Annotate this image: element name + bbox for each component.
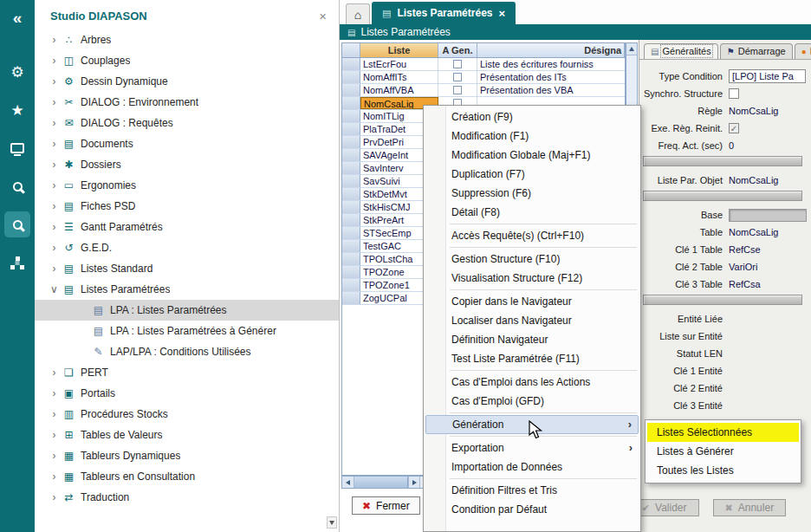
designation-cell[interactable]: Présentation des ITs [477, 71, 625, 83]
chevron-right-icon[interactable]: › [48, 75, 61, 88]
row-selector-cell[interactable] [342, 240, 360, 252]
row-selector-cell[interactable] [342, 279, 360, 291]
chevron-right-icon[interactable]: › [48, 429, 61, 441]
menu-item[interactable]: Modification Globale (Maj+F1) [425, 146, 639, 165]
tree-item[interactable]: ✎LAP/LPA : Conditions Utilisées [35, 341, 339, 362]
tree-item[interactable]: ›❏PERT [35, 362, 339, 383]
designation-column-header[interactable]: Désigna [477, 43, 625, 57]
row-selector-cell[interactable] [342, 214, 360, 226]
chevron-right-icon[interactable]: › [48, 138, 61, 150]
menu-item[interactable]: Importation de Données [425, 457, 639, 477]
tab-d[interactable]: ●D [795, 43, 811, 59]
row-selector-cell[interactable] [342, 110, 360, 122]
tree-item[interactable]: ›✱Dossiers [35, 154, 339, 175]
agen-checkbox[interactable] [453, 60, 462, 68]
row-selector-cell[interactable] [342, 227, 360, 239]
row-selector-cell[interactable] [342, 71, 360, 83]
fermer-button[interactable]: ✖ Fermer [352, 496, 420, 515]
menu-item[interactable]: Accès Requête(s) (Ctrl+F10) [425, 226, 639, 245]
scroll-down-icon[interactable] [327, 516, 337, 529]
tab-close-icon[interactable]: × [498, 7, 505, 20]
tree-item[interactable]: ▤LPA : Listes Paramétrées à Générer [35, 321, 339, 341]
scroll-right-icon[interactable] [408, 477, 420, 488]
tree-item[interactable]: ›∴Arbres [35, 29, 339, 50]
agen-cell[interactable] [438, 58, 477, 70]
menu-item[interactable]: Condition par Défaut [425, 500, 639, 519]
row-selector-cell[interactable] [342, 149, 360, 161]
star-icon[interactable]: ★ [4, 97, 30, 123]
menu-item[interactable]: Cas d'Emploi (GFD) [425, 392, 639, 411]
property-input[interactable]: [LPO] Liste Pa [729, 69, 806, 83]
row-selector-cell[interactable] [342, 58, 360, 70]
tree-item[interactable]: ›✂DIALOG : Environnement [35, 92, 339, 113]
designation-cell[interactable]: Liste des écritures fourniss [477, 58, 625, 70]
row-selector-cell[interactable] [342, 97, 360, 109]
menu-item[interactable]: Création (F9) [425, 107, 639, 127]
tree-item[interactable]: ›✉DIALOG : Requêtes [35, 113, 339, 133]
row-selector-cell[interactable] [342, 175, 360, 187]
menu-item[interactable]: Exportation› [425, 438, 639, 457]
submenu-item[interactable]: Listes Sélectionnées [647, 423, 799, 442]
chevron-down-icon[interactable]: ∨ [48, 283, 61, 295]
chevron-right-icon[interactable]: › [48, 387, 61, 399]
table-row[interactable]: LstEcrFouListe des écritures fourniss [342, 58, 625, 71]
chevron-right-icon[interactable]: › [48, 491, 61, 503]
chevron-right-icon[interactable]: › [48, 408, 61, 420]
tree-item[interactable]: ›⊞Tables de Valeurs [35, 425, 339, 445]
tree-item[interactable]: ›▤Fiches PSD [35, 196, 339, 217]
row-selector-cell[interactable] [342, 266, 360, 278]
menu-item[interactable]: Suppression (F6) [425, 184, 639, 203]
row-selector-cell[interactable] [342, 201, 360, 213]
valider-button[interactable]: ✔ Valider [639, 499, 699, 516]
menu-item[interactable]: Localiser dans Navigateur [425, 311, 639, 330]
chevron-right-icon[interactable]: › [48, 117, 61, 129]
chevron-right-icon[interactable]: › [48, 221, 61, 233]
chevron-right-icon[interactable]: › [48, 96, 61, 108]
agen-column-header[interactable]: A Gen. [438, 43, 477, 57]
close-panel-icon[interactable]: × [319, 12, 327, 21]
tree-item[interactable]: ▤LPA : Listes Paramétrées [35, 300, 339, 321]
chevron-right-icon[interactable]: › [48, 159, 61, 171]
tree-item[interactable]: ›▦Tableurs en Consultation [35, 466, 339, 487]
agen-cell[interactable] [438, 84, 477, 96]
tab-listes-parametrees[interactable]: ▤ Listes Paramétrées × [372, 2, 516, 24]
menu-item[interactable]: Gestion Structure (F10) [425, 250, 639, 269]
menu-item[interactable]: Détail (F8) [425, 203, 639, 222]
tree-item[interactable]: ›▭Ergonomies [35, 175, 339, 196]
liste-cell[interactable]: LstEcrFou [360, 58, 438, 70]
menu-item[interactable]: Définition Navigateur [425, 330, 639, 349]
chevron-right-icon[interactable]: › [48, 263, 61, 275]
submenu-item[interactable]: Toutes les Listes [647, 461, 799, 480]
tree-item[interactable]: ›▦Tableurs Dynamiques [35, 445, 339, 466]
property-checkbox[interactable] [729, 88, 739, 99]
tree-item[interactable]: ›↺G.E.D. [35, 237, 339, 258]
home-tab[interactable]: ⌂ [346, 3, 370, 24]
table-row[interactable]: NomAffITsPrésentation des ITs [342, 71, 625, 84]
chevron-right-icon[interactable]: › [48, 367, 61, 379]
scroll-left-icon[interactable] [342, 477, 354, 488]
scroll-up-icon[interactable] [626, 43, 637, 55]
menu-item[interactable]: Copier dans le Navigateur [425, 292, 639, 311]
tree-item[interactable]: ∨▤Listes Paramétrées [35, 279, 339, 300]
chevron-right-icon[interactable]: › [48, 450, 61, 462]
monitor-icon[interactable] [4, 135, 30, 161]
tree-item[interactable]: ›▤Listes Standard [35, 258, 339, 279]
agen-checkbox[interactable] [453, 86, 462, 94]
liste-column-header[interactable]: Liste [360, 43, 438, 57]
tree-item[interactable]: ›⇄Traduction [35, 487, 339, 508]
row-selector-cell[interactable] [342, 136, 360, 148]
chevron-right-icon[interactable]: › [48, 34, 61, 46]
tree-item[interactable]: ›▥Procédures Stocks [35, 404, 339, 425]
tree-item[interactable]: ›☰Gantt Paramétrés [35, 217, 339, 237]
menu-item[interactable]: Test Liste Paramétrée (F11) [425, 349, 639, 368]
tab-généralités[interactable]: ▤Généralités [644, 43, 718, 59]
menu-item[interactable]: Définition Filtres et Tris [425, 481, 639, 500]
row-selector-cell[interactable] [342, 84, 360, 96]
submenu-item[interactable]: Listes à Générer [647, 442, 799, 461]
scrollbar-thumb[interactable] [354, 477, 408, 488]
chevron-right-icon[interactable]: › [48, 470, 61, 483]
menu-item[interactable]: Visualisation Structure (F12) [425, 269, 639, 288]
agen-cell[interactable] [438, 71, 477, 83]
selector-column-header[interactable] [342, 43, 360, 57]
liste-cell[interactable]: NomAffITs [360, 71, 438, 83]
